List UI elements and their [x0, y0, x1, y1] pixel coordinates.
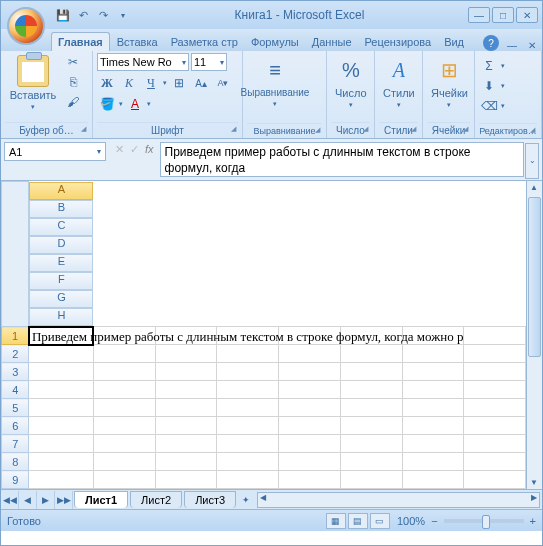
sheet-tab-2[interactable]: Лист2: [130, 491, 182, 508]
col-header[interactable]: F: [29, 272, 93, 290]
sheet-tab-3[interactable]: Лист3: [184, 491, 236, 508]
cell[interactable]: [217, 471, 279, 489]
cell[interactable]: [29, 381, 94, 399]
enter-icon[interactable]: ✓: [130, 143, 139, 156]
copy-icon[interactable]: ⎘: [63, 73, 83, 91]
cell[interactable]: [217, 489, 279, 490]
row-header[interactable]: 9: [2, 471, 29, 489]
cell[interactable]: [93, 417, 155, 435]
tab-data[interactable]: Данные: [306, 33, 358, 51]
font-color-icon[interactable]: A: [125, 95, 145, 113]
horizontal-scrollbar[interactable]: [257, 492, 540, 508]
cell[interactable]: [217, 399, 279, 417]
format-painter-icon[interactable]: 🖌: [63, 93, 83, 111]
cell[interactable]: [155, 399, 217, 417]
normal-view-icon[interactable]: ▦: [326, 513, 346, 529]
grow-font-icon[interactable]: A▴: [191, 74, 211, 92]
ribbon-minimize-icon[interactable]: —: [503, 40, 521, 51]
cell[interactable]: [217, 363, 279, 381]
tab-review[interactable]: Рецензирова: [359, 33, 438, 51]
qat-dropdown-icon[interactable]: ▾: [115, 7, 131, 23]
first-sheet-icon[interactable]: ◀◀: [1, 491, 19, 509]
cell[interactable]: [155, 345, 217, 363]
cell[interactable]: [402, 489, 464, 490]
cell[interactable]: [340, 489, 402, 490]
minimize-button[interactable]: —: [468, 7, 490, 23]
formula-input[interactable]: Приведем пример работы с длинным текстом…: [160, 142, 524, 177]
cell[interactable]: [93, 471, 155, 489]
cells-button[interactable]: ⊞ Ячейки ▾: [427, 53, 472, 111]
cell[interactable]: [402, 417, 464, 435]
row-header[interactable]: 2: [2, 345, 29, 363]
row-header[interactable]: 10: [2, 489, 29, 490]
cell[interactable]: [464, 417, 526, 435]
cell[interactable]: [279, 435, 341, 453]
cell[interactable]: [155, 489, 217, 490]
cell[interactable]: [155, 435, 217, 453]
cell[interactable]: [29, 399, 94, 417]
prev-sheet-icon[interactable]: ◀: [19, 491, 37, 509]
cell[interactable]: [464, 327, 526, 345]
cell[interactable]: [155, 363, 217, 381]
page-break-view-icon[interactable]: ▭: [370, 513, 390, 529]
sheet-tab-1[interactable]: Лист1: [74, 491, 128, 508]
cell[interactable]: [402, 399, 464, 417]
cell[interactable]: [217, 453, 279, 471]
row-header[interactable]: 5: [2, 399, 29, 417]
cell[interactable]: [402, 471, 464, 489]
paste-button[interactable]: Вставить ▾: [5, 53, 61, 113]
cell[interactable]: [340, 471, 402, 489]
cell[interactable]: [217, 381, 279, 399]
col-header[interactable]: G: [29, 290, 93, 308]
cell[interactable]: [29, 489, 94, 490]
bold-icon[interactable]: Ж: [97, 74, 117, 92]
tab-home[interactable]: Главная: [51, 32, 110, 51]
cell[interactable]: [29, 453, 94, 471]
cell[interactable]: [340, 381, 402, 399]
cell[interactable]: [93, 435, 155, 453]
cell[interactable]: [279, 345, 341, 363]
styles-button[interactable]: A Стили ▾: [379, 53, 419, 111]
undo-icon[interactable]: ↶: [75, 7, 91, 23]
cell[interactable]: [464, 381, 526, 399]
cell[interactable]: [29, 363, 94, 381]
cell[interactable]: [402, 345, 464, 363]
cell[interactable]: [464, 489, 526, 490]
row-header[interactable]: 1: [2, 327, 29, 345]
cell[interactable]: [464, 453, 526, 471]
tab-view[interactable]: Вид: [438, 33, 470, 51]
cell[interactable]: [93, 345, 155, 363]
cell[interactable]: [155, 471, 217, 489]
fill-color-icon[interactable]: 🪣: [97, 95, 117, 113]
alignment-button[interactable]: ≡ Выравнивание ▾: [247, 53, 303, 110]
cell[interactable]: [217, 345, 279, 363]
col-header[interactable]: H: [29, 308, 93, 326]
cell[interactable]: [402, 435, 464, 453]
zoom-out-icon[interactable]: −: [431, 515, 437, 527]
number-button[interactable]: % Число ▾: [331, 53, 371, 111]
cut-icon[interactable]: ✂: [63, 53, 83, 71]
underline-icon[interactable]: Ч: [141, 74, 161, 92]
doc-close-icon[interactable]: ✕: [522, 40, 542, 51]
cell[interactable]: [217, 435, 279, 453]
cell[interactable]: [402, 453, 464, 471]
cell[interactable]: [340, 453, 402, 471]
autosum-icon[interactable]: Σ: [479, 57, 499, 75]
help-icon[interactable]: ?: [483, 35, 499, 51]
cell[interactable]: [155, 381, 217, 399]
cell[interactable]: [464, 435, 526, 453]
cell[interactable]: [29, 417, 94, 435]
row-header[interactable]: 3: [2, 363, 29, 381]
redo-icon[interactable]: ↷: [95, 7, 111, 23]
col-header[interactable]: A: [29, 182, 93, 200]
zoom-level[interactable]: 100%: [397, 515, 425, 527]
cell[interactable]: [93, 381, 155, 399]
spreadsheet[interactable]: A B C D E F G H 1 Приведем пример работы…: [1, 181, 526, 489]
col-header[interactable]: C: [29, 218, 93, 236]
cell[interactable]: [464, 363, 526, 381]
fx-icon[interactable]: fx: [145, 143, 154, 155]
select-all-corner[interactable]: [2, 182, 29, 327]
cell[interactable]: [340, 435, 402, 453]
border-icon[interactable]: ⊞: [169, 74, 189, 92]
maximize-button[interactable]: □: [492, 7, 514, 23]
